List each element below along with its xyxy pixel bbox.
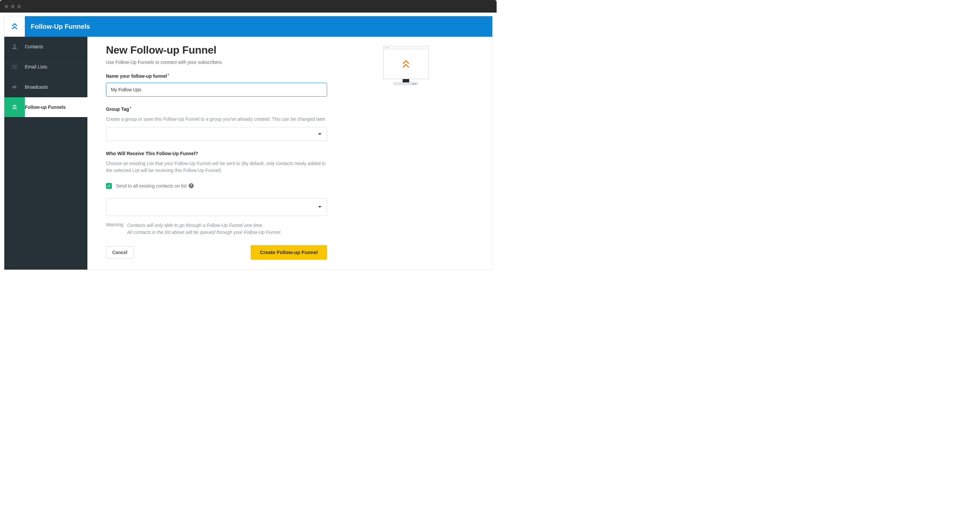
- group-tag-label-text: Group Tag: [106, 106, 129, 112]
- group-tag-section: Group Tag* Create a group or save this F…: [106, 106, 327, 141]
- page-body: Follow-Up Funnels Contacts: [0, 13, 496, 270]
- recipients-label: Who Will Receive This Follow-Up Funnel?: [106, 151, 327, 156]
- warning-block: Warning: Contacts will only able to go t…: [106, 222, 327, 236]
- warning-body: Contacts will only able to go through a …: [127, 222, 282, 236]
- svg-rect-3: [12, 67, 13, 67]
- sidebar-item-email-lists[interactable]: Email Lists: [4, 57, 88, 77]
- form-column: New Follow-up Funnel Use Follow-Up Funne…: [106, 44, 327, 260]
- monitor-stand-neck: [402, 79, 409, 83]
- svg-rect-6: [14, 68, 17, 69]
- cancel-button[interactable]: Cancel: [106, 246, 134, 259]
- chevrons-up-icon: [400, 59, 412, 70]
- window-titlebar: [0, 0, 496, 13]
- preview-column: [327, 44, 484, 260]
- top-bar: Follow-Up Funnels: [4, 16, 492, 37]
- svg-rect-2: [14, 65, 17, 66]
- required-star: *: [167, 73, 169, 77]
- warning-line-1: Contacts will only able to go through a …: [127, 222, 282, 229]
- group-tag-label: Group Tag*: [106, 106, 327, 112]
- sidebar-item-label: Contacts: [25, 44, 43, 49]
- group-tag-select[interactable]: [106, 127, 327, 141]
- sidebar-item-broadcasts[interactable]: Broadcasts: [4, 77, 88, 97]
- help-icon[interactable]: ?: [189, 183, 194, 188]
- app-window: Follow-Up Funnels Contacts: [0, 0, 496, 270]
- page-title: New Follow-up Funnel: [106, 44, 327, 56]
- funnel-name-input[interactable]: [106, 83, 327, 97]
- monitor-screen: [383, 46, 429, 79]
- svg-rect-5: [12, 68, 13, 69]
- send-all-checkbox-label: Send to all existing contacts on list: [116, 183, 187, 189]
- window-minimize-dot[interactable]: [11, 5, 14, 8]
- chevrons-up-icon: [11, 103, 18, 111]
- sidebar-item-label: Follow-up Funnels: [25, 105, 66, 110]
- sidebar-item-contacts[interactable]: Contacts: [4, 37, 88, 57]
- person-icon: [11, 43, 18, 50]
- warning-line-2: All contacts in the list above will be q…: [127, 229, 282, 236]
- recipients-section: Who Will Receive This Follow-Up Funnel? …: [106, 151, 327, 260]
- content-body: Contacts Email Lists: [4, 37, 492, 270]
- name-field-label-text: Name your follow-up funnel: [106, 73, 167, 79]
- send-all-checkbox-row: Send to all existing contacts on list ?: [106, 183, 327, 189]
- warning-label: Warning:: [106, 222, 127, 236]
- megaphone-icon: [11, 84, 18, 90]
- list-icon: [11, 63, 18, 70]
- create-funnel-button[interactable]: Create Follow-up Funnel: [251, 245, 327, 260]
- monitor-stand-base: [394, 83, 418, 85]
- action-buttons: Cancel Create Follow-up Funnel: [106, 245, 327, 260]
- sidebar-item-label: Email Lists: [25, 64, 47, 70]
- sidebar-item-label: Broadcasts: [25, 84, 48, 90]
- chevrons-up-icon: [10, 22, 19, 31]
- required-star: *: [130, 106, 131, 110]
- sidebar-item-follow-up-funnels[interactable]: Follow-up Funnels: [4, 97, 88, 117]
- window-close-dot[interactable]: [5, 5, 8, 8]
- page-header-title: Follow-Up Funnels: [31, 23, 90, 30]
- sidebar: Contacts Email Lists: [4, 37, 88, 270]
- chevron-down-icon: [318, 206, 321, 208]
- monitor-browser-bar: [383, 46, 428, 50]
- chevron-down-icon: [318, 133, 321, 135]
- app-frame: Follow-Up Funnels Contacts: [4, 16, 493, 270]
- send-all-checkbox[interactable]: [106, 183, 112, 189]
- svg-rect-1: [12, 65, 13, 66]
- name-field-section: Name your follow-up funnel*: [106, 73, 327, 97]
- brand-badge[interactable]: [4, 16, 25, 37]
- page-subtitle: Use Follow-Up Funnels to connect with yo…: [106, 60, 327, 65]
- main-content: New Follow-up Funnel Use Follow-Up Funne…: [88, 37, 492, 270]
- svg-rect-4: [14, 67, 17, 67]
- monitor-illustration: [383, 46, 429, 85]
- recipients-help: Choose an existing List that your Follow…: [106, 160, 327, 174]
- window-zoom-dot[interactable]: [17, 5, 21, 8]
- group-tag-help: Create a group or save this Follow-Up Fu…: [106, 116, 327, 122]
- recipients-list-select[interactable]: [106, 198, 327, 216]
- check-icon: [107, 184, 111, 188]
- name-field-label: Name your follow-up funnel*: [106, 73, 327, 79]
- svg-point-0: [14, 44, 16, 47]
